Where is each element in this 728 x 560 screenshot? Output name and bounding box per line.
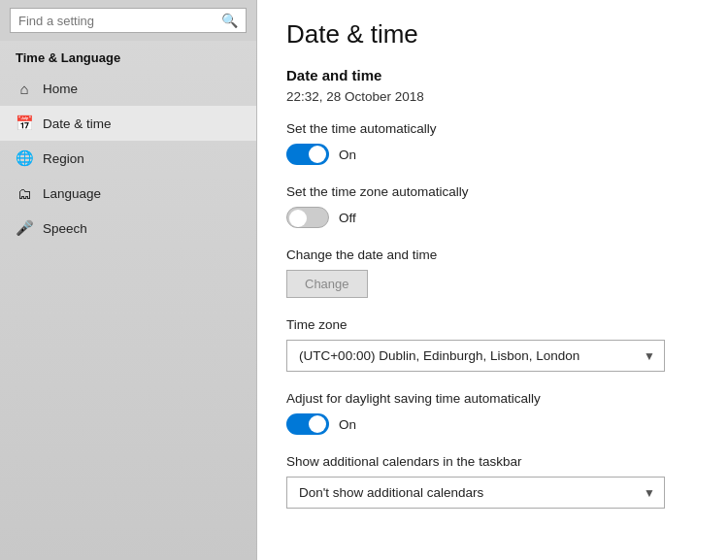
sidebar-item-region[interactable]: 🌐 Region (0, 141, 256, 176)
additional-calendars-dropdown-container: Don't show additional calendarsSimplifie… (286, 477, 665, 509)
sidebar-item-speech[interactable]: 🎤 Speech (0, 211, 256, 246)
page-title: Date & time (286, 19, 699, 49)
sidebar-top: 🔍 (0, 0, 256, 41)
sidebar-item-home-label: Home (43, 82, 78, 96)
change-date-label: Change the date and time (286, 247, 699, 262)
search-input[interactable] (18, 14, 221, 28)
auto-timezone-label: Set the time zone automatically (286, 184, 699, 199)
auto-timezone-toggle[interactable] (286, 207, 329, 228)
sidebar-item-region-label: Region (43, 151, 84, 166)
main-content: Date & time Date and time 22:32, 28 Octo… (257, 0, 728, 560)
sidebar-item-language-label: Language (43, 186, 101, 201)
timezone-dropdown-container: (UTC+00:00) Dublin, Edinburgh, Lisbon, L… (286, 340, 665, 372)
auto-time-setting: Set the time automatically On (286, 121, 699, 165)
search-box[interactable]: 🔍 (10, 8, 247, 33)
sidebar-item-date-time-label: Date & time (43, 116, 112, 131)
sidebar: 🔍 Time & Language ⌂ Home 📅 Date & time 🌐… (0, 0, 257, 560)
auto-time-toggle-knob (309, 146, 326, 163)
auto-time-state-label: On (339, 148, 356, 162)
sidebar-item-home[interactable]: ⌂ Home (0, 71, 256, 106)
additional-calendars-dropdown[interactable]: Don't show additional calendarsSimplifie… (286, 477, 665, 509)
daylight-saving-setting: Adjust for daylight saving time automati… (286, 391, 699, 435)
auto-timezone-toggle-knob (289, 210, 307, 227)
change-date-setting: Change the date and time Change (286, 247, 699, 298)
microphone-icon: 🎤 (16, 219, 33, 237)
timezone-label: Time zone (286, 317, 699, 332)
globe-icon: 🌐 (16, 149, 33, 167)
sidebar-section-label: Time & Language (0, 41, 256, 71)
daylight-saving-label: Adjust for daylight saving time automati… (286, 391, 699, 406)
auto-timezone-setting: Set the time zone automatically Off (286, 184, 699, 228)
additional-calendars-label: Show additional calendars in the taskbar (286, 454, 699, 469)
daylight-saving-toggle-row: On (286, 413, 699, 435)
current-datetime: 22:32, 28 October 2018 (286, 89, 699, 104)
change-button[interactable]: Change (286, 270, 368, 298)
auto-time-label: Set the time automatically (286, 121, 699, 136)
auto-time-toggle[interactable] (286, 144, 329, 165)
sidebar-item-speech-label: Speech (43, 221, 87, 236)
sidebar-item-language[interactable]: 🗂 Language (0, 176, 256, 211)
daylight-saving-state-label: On (339, 417, 356, 432)
language-icon: 🗂 (16, 184, 33, 202)
section-title: Date and time (286, 67, 699, 83)
additional-calendars-setting: Show additional calendars in the taskbar… (286, 454, 699, 509)
search-icon-button[interactable]: 🔍 (221, 13, 238, 28)
calendar-icon: 📅 (16, 115, 33, 132)
daylight-saving-toggle-knob (309, 415, 326, 433)
auto-timezone-state-label: Off (339, 211, 356, 225)
auto-time-toggle-row: On (286, 144, 699, 165)
timezone-setting: Time zone (UTC+00:00) Dublin, Edinburgh,… (286, 317, 699, 372)
sidebar-item-date-time[interactable]: 📅 Date & time (0, 106, 256, 141)
home-icon: ⌂ (16, 80, 33, 97)
timezone-dropdown[interactable]: (UTC+00:00) Dublin, Edinburgh, Lisbon, L… (286, 340, 665, 372)
auto-timezone-toggle-row: Off (286, 207, 699, 228)
daylight-saving-toggle[interactable] (286, 413, 329, 435)
